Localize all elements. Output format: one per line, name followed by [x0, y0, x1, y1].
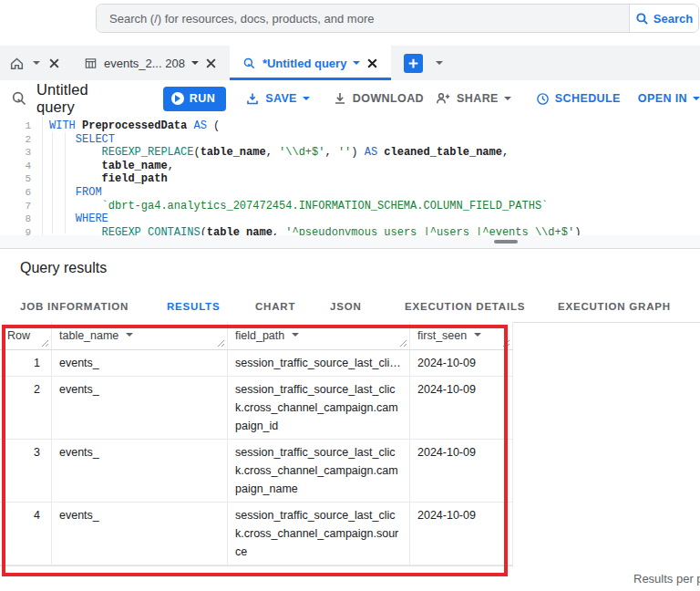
- close-icon[interactable]: [366, 57, 378, 69]
- run-button[interactable]: RUN: [163, 87, 226, 111]
- line-number: 2: [0, 133, 31, 147]
- chevron-down-icon[interactable]: [191, 61, 199, 68]
- chevron-down-icon[interactable]: [436, 61, 443, 68]
- column-label: table_name: [59, 327, 118, 345]
- search-input[interactable]: Search (/) for resources, docs, products…: [97, 5, 629, 32]
- chevron-down-icon: [504, 97, 511, 104]
- tab-untitled-query[interactable]: *Untitled query: [230, 46, 391, 80]
- search-icon: [635, 12, 649, 26]
- code-line: 7 `dbrt-ga4.analytics_207472454.INFORMAT…: [0, 200, 700, 213]
- schedule-label: SCHEDULE: [555, 92, 621, 105]
- results-tab-json[interactable]: JSON: [330, 301, 362, 312]
- code-line: 9 REGEXP_CONTAINS(table_name, '^pseudony…: [0, 226, 700, 235]
- gutter-divider: [42, 117, 43, 235]
- column-label: first_seen: [417, 327, 467, 345]
- table-cell-row: 2: [0, 377, 52, 439]
- sort-caret-icon[interactable]: [292, 333, 299, 340]
- page-title: Untitled query: [36, 81, 123, 116]
- results-tab-chart[interactable]: CHART: [255, 301, 295, 312]
- bigquery-console: Search (/) for resources, docs, products…: [0, 0, 700, 591]
- column-label: field_path: [235, 327, 284, 345]
- download-button[interactable]: DOWNLOAD: [333, 91, 424, 106]
- column-label: Row: [7, 327, 30, 345]
- run-label: RUN: [190, 92, 215, 105]
- table-cell-field_path: session_traffic_source_last_click.cross_…: [228, 440, 410, 502]
- share-person-icon: [436, 91, 451, 106]
- results-tab-job-information[interactable]: JOB INFORMATION: [20, 301, 129, 312]
- table-cell-table_name: events_: [52, 503, 228, 565]
- column-header-first_seen[interactable]: first_seen: [410, 322, 513, 349]
- column-header-table_name[interactable]: table_name: [52, 322, 228, 349]
- search-button-label: Search: [654, 12, 693, 26]
- share-button[interactable]: SHARE: [436, 91, 511, 106]
- table-cell-table_name: events_: [52, 377, 228, 439]
- new-tab-button[interactable]: [404, 54, 423, 73]
- table-cell-field_path: session_traffic_source_last_cli: [228, 565, 410, 566]
- plus-icon: [407, 57, 419, 69]
- open-in-label: OPEN IN: [638, 92, 687, 105]
- code-line: 1WITH PreprocessedData AS (: [0, 119, 700, 133]
- results-tab-execution-details[interactable]: EXECUTION DETAILS: [405, 301, 525, 312]
- table-cell-first_seen: 2024-10-09: [410, 565, 513, 566]
- line-number: 1: [0, 119, 31, 133]
- tab-label: *Untitled query: [262, 57, 346, 70]
- drag-handle[interactable]: [494, 240, 518, 244]
- panel-splitter: [0, 235, 700, 248]
- tab-home[interactable]: [0, 46, 71, 80]
- sort-caret-icon[interactable]: [474, 333, 481, 340]
- results-tab-execution-graph[interactable]: EXECUTION GRAPH: [558, 301, 671, 312]
- download-label: DOWNLOAD: [353, 92, 424, 105]
- table-cell-first_seen: 2024-10-09: [410, 440, 513, 502]
- save-label: SAVE: [265, 92, 297, 105]
- code-line: 8 WHERE: [0, 213, 700, 226]
- chevron-down-icon: [693, 97, 700, 104]
- tab-events-table[interactable]: events_2... 208: [71, 46, 230, 80]
- chevron-down-icon[interactable]: [353, 61, 360, 68]
- table-icon: [84, 57, 98, 70]
- table-cell-row: 4: [0, 503, 52, 565]
- results-tabs: JOB INFORMATIONRESULTSCHARTJSONEXECUTION…: [0, 298, 700, 322]
- table-row: 1events_session_traffic_source_last_cli……: [0, 350, 513, 377]
- indent-guide: [65, 132, 66, 233]
- save-button[interactable]: SAVE: [245, 91, 310, 106]
- column-header-row: Row: [0, 322, 52, 349]
- save-icon: [245, 91, 260, 106]
- table-cell-first_seen: 2024-10-09: [410, 503, 513, 565]
- query-icon: [242, 57, 256, 70]
- table-cell-field_path: session_traffic_source_last_cli…: [228, 350, 410, 376]
- column-header-field_path[interactable]: field_path: [228, 322, 410, 349]
- line-number: 5: [0, 172, 31, 186]
- share-label: SHARE: [457, 92, 499, 105]
- line-number: 7: [0, 200, 31, 213]
- line-number: 8: [0, 213, 31, 226]
- home-icon: [9, 56, 25, 71]
- close-icon[interactable]: [205, 57, 217, 69]
- table-cell-table_name: events_: [52, 440, 228, 502]
- editor-tab-bar: events_2... 208 *Untitled query: [0, 46, 700, 80]
- sql-editor[interactable]: 1WITH PreprocessedData AS (2 SELECT3 REG…: [0, 117, 700, 235]
- results-tab-results[interactable]: RESULTS: [167, 301, 220, 312]
- table-row: 3events_session_traffic_source_last_clic…: [0, 440, 513, 503]
- code-line: 4 table_name,: [0, 160, 700, 173]
- line-number: 6: [0, 186, 31, 200]
- line-number: 4: [0, 160, 31, 173]
- sql-editor-lines: 1WITH PreprocessedData AS (2 SELECT3 REG…: [0, 119, 700, 235]
- schedule-button[interactable]: SCHEDULE: [536, 92, 621, 106]
- search-placeholder: Search (/) for resources, docs, products…: [109, 12, 374, 26]
- line-number: 9: [0, 226, 31, 235]
- table-cell-table_name: events_: [52, 350, 228, 376]
- close-icon[interactable]: [48, 57, 60, 69]
- table-row: 2events_session_traffic_source_last_clic…: [0, 377, 513, 440]
- table-row: 4events_session_traffic_source_last_clic…: [0, 503, 513, 565]
- tab-label: events_2... 208: [104, 57, 185, 70]
- sort-caret-icon[interactable]: [126, 333, 133, 340]
- indent-guide: [52, 132, 53, 233]
- query-toolbar: Untitled query RUN SAVE DOWNLOAD: [0, 80, 700, 117]
- code-line: 6 FROM: [0, 186, 700, 200]
- search-button[interactable]: Search: [629, 5, 698, 32]
- results-per-page-label: Results per page: [633, 572, 700, 586]
- table-cell-row: 1: [0, 350, 52, 376]
- chevron-down-icon[interactable]: [33, 61, 40, 68]
- open-in-button[interactable]: OPEN IN: [638, 92, 700, 105]
- table-cell-first_seen: 2024-10-09: [410, 350, 513, 376]
